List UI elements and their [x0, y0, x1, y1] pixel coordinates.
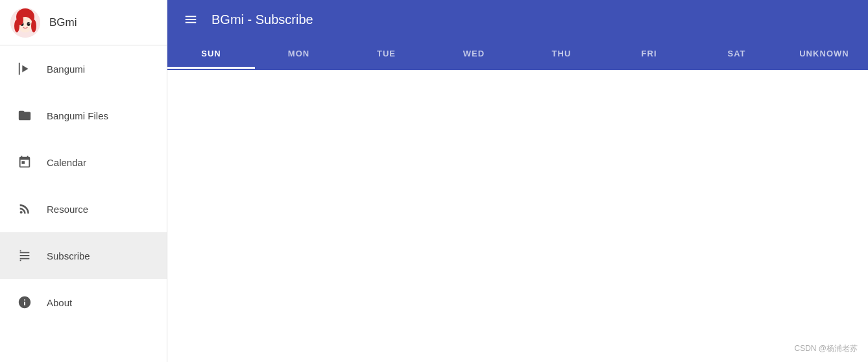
subscribe-icon [16, 248, 34, 263]
sidebar-item-bangumi-label: Bangumi [47, 64, 85, 75]
sidebar-nav: Bangumi Bangumi Files Calendar [0, 45, 167, 362]
menu-icon[interactable] [180, 12, 201, 27]
day-tabs: SUN MON TUE WED THU FRI SAT UNKNOWN [167, 39, 868, 70]
calendar-icon [16, 155, 34, 169]
sidebar-item-bangumi-files[interactable]: Bangumi Files [0, 92, 167, 139]
topbar: BGmi - Subscribe [167, 0, 868, 39]
tab-sat[interactable]: SAT [693, 38, 780, 69]
tab-tue[interactable]: TUE [343, 38, 430, 69]
tab-mon[interactable]: MON [255, 38, 343, 69]
rss-icon [16, 202, 34, 216]
sidebar-app-title: BGmi [49, 16, 77, 29]
sidebar-item-bangumi-files-label: Bangumi Files [47, 110, 108, 121]
tab-thu[interactable]: THU [518, 38, 605, 69]
tab-sun[interactable]: SUN [167, 38, 255, 69]
sidebar-item-about-label: About [47, 297, 72, 308]
tab-unknown[interactable]: UNKNOWN [780, 38, 868, 69]
sidebar-item-calendar[interactable]: Calendar [0, 139, 167, 186]
svg-point-6 [29, 23, 29, 23]
avatar [10, 8, 40, 38]
svg-point-8 [14, 19, 19, 32]
folder-icon [16, 108, 34, 123]
play-icon [16, 62, 34, 76]
svg-point-9 [31, 19, 36, 32]
sidebar-item-bangumi[interactable]: Bangumi [0, 45, 167, 92]
content-area [167, 70, 868, 362]
info-icon [16, 295, 34, 309]
sidebar-item-about[interactable]: About [0, 279, 167, 326]
watermark: CSDN @杨浦老苏 [794, 343, 858, 354]
sidebar: BGmi Bangumi Bangumi Files [0, 0, 167, 362]
sidebar-header: BGmi [0, 0, 167, 45]
sidebar-item-subscribe-label: Subscribe [47, 250, 90, 261]
tab-fri[interactable]: FRI [605, 38, 693, 69]
sidebar-item-subscribe[interactable]: Subscribe [0, 232, 167, 279]
svg-point-4 [27, 22, 30, 26]
sidebar-item-resource[interactable]: Resource [0, 186, 167, 232]
tab-wed[interactable]: WED [430, 38, 518, 69]
sidebar-item-calendar-label: Calendar [47, 157, 86, 168]
topbar-title: BGmi - Subscribe [211, 12, 313, 27]
sidebar-item-resource-label: Resource [47, 204, 88, 215]
main-content: BGmi - Subscribe SUN MON TUE WED THU FRI… [167, 0, 868, 362]
